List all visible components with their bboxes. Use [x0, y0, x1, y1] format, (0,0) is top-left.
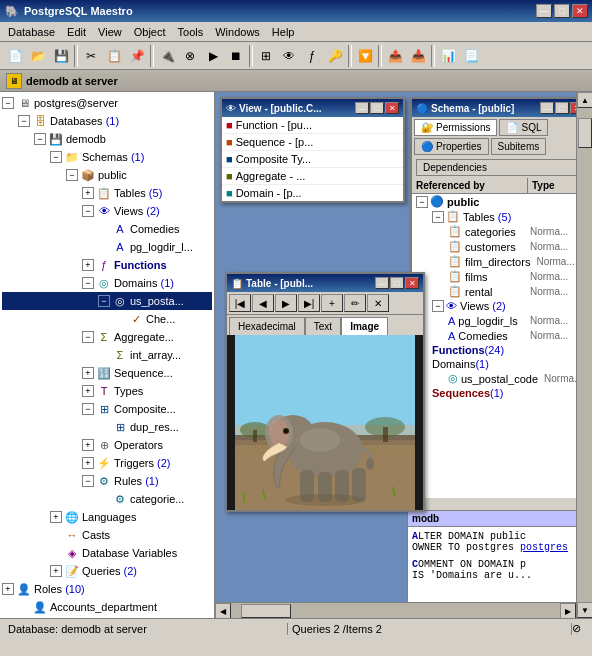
nav-next[interactable]: ▶ — [275, 294, 297, 312]
table-max[interactable]: □ — [390, 277, 404, 289]
nav-add[interactable]: + — [321, 294, 343, 312]
tables-expand[interactable]: + — [82, 187, 94, 199]
tb-chart[interactable]: 📊 — [437, 45, 459, 67]
tree-demodb[interactable]: − 💾 demodb — [2, 130, 212, 148]
tb-stop[interactable]: ⏹ — [225, 45, 247, 67]
tb-paste[interactable]: 📌 — [126, 45, 148, 67]
schema-comedies-v[interactable]: A Comedies — [412, 328, 528, 343]
tree-types[interactable]: + T Types — [2, 382, 212, 400]
nav-first[interactable]: |◀ — [229, 294, 251, 312]
menu-database[interactable]: Database — [2, 24, 61, 40]
view-domain-item[interactable]: ■ Domain - [p... — [222, 185, 403, 201]
tree-checks[interactable]: ✓ Che... — [2, 310, 212, 328]
demodb-expand[interactable]: − — [34, 133, 46, 145]
tb-view[interactable]: 👁 — [278, 45, 300, 67]
rules-expand[interactable]: − — [82, 475, 94, 487]
functions-expand[interactable]: + — [82, 259, 94, 271]
sql-owner-link[interactable]: postgres — [520, 542, 568, 553]
tree-operators[interactable]: + ⊕ Operators — [2, 436, 212, 454]
public-rtree-expand[interactable]: − — [416, 196, 428, 208]
tab-subitems[interactable]: Subitems — [491, 138, 547, 155]
trig-expand[interactable]: + — [82, 457, 94, 469]
nav-edit[interactable]: ✏ — [344, 294, 366, 312]
view-sequence-item[interactable]: ■ Sequence - [p... — [222, 134, 403, 151]
tree-composite[interactable]: − ⊞ Composite... — [2, 400, 212, 418]
tree-public[interactable]: − 📦 public — [2, 166, 212, 184]
view-composite-item[interactable]: ■ Composite Ty... — [222, 151, 403, 168]
menu-view[interactable]: View — [92, 24, 128, 40]
schema-films[interactable]: 📋 films — [412, 269, 528, 284]
tree-casts[interactable]: ↔ Casts — [2, 526, 212, 544]
tree-accounts[interactable]: 👤 Accounts_department — [2, 598, 212, 616]
tree-dup-result[interactable]: ⊞ dup_res... — [2, 418, 212, 436]
tb-copy[interactable]: 📋 — [103, 45, 125, 67]
tb-disconnect[interactable]: ⊗ — [179, 45, 201, 67]
table-close[interactable]: ✕ — [405, 277, 419, 289]
menu-help[interactable]: Help — [266, 24, 301, 40]
tab-image[interactable]: Image — [341, 317, 388, 335]
schema-domains[interactable]: Domains (1) — [412, 357, 588, 371]
tab-sql[interactable]: 📄 SQL — [499, 119, 548, 136]
tree-roles[interactable]: + 👤 Roles (10) — [2, 580, 212, 598]
menu-object[interactable]: Object — [128, 24, 172, 40]
us-postal-expand[interactable]: − — [98, 295, 110, 307]
tab-hexadecimal[interactable]: Hexadecimal — [229, 317, 305, 335]
tree-databases[interactable]: − 🗄 Databases (1) — [2, 112, 212, 130]
nav-prev[interactable]: ◀ — [252, 294, 274, 312]
tb-cut[interactable]: ✂ — [80, 45, 102, 67]
views-expand[interactable]: − — [82, 205, 94, 217]
view-close[interactable]: ✕ — [385, 102, 399, 114]
tb-new[interactable]: 📄 — [4, 45, 26, 67]
schema-sequences[interactable]: Sequences (1) — [412, 386, 588, 400]
menu-tools[interactable]: Tools — [172, 24, 210, 40]
mdi-scrollbar-v[interactable]: ▲ ▼ — [576, 92, 592, 618]
scroll-down-btn[interactable]: ▼ — [577, 602, 592, 618]
tb-report[interactable]: 📃 — [460, 45, 482, 67]
schema-max[interactable]: □ — [555, 102, 569, 114]
tb-filter[interactable]: 🔽 — [354, 45, 376, 67]
scroll-up-btn[interactable]: ▲ — [577, 92, 592, 108]
tree-queries[interactable]: + 📝 Queries (2) — [2, 562, 212, 580]
tab-permissions[interactable]: 🔐 Permissions — [414, 119, 497, 136]
databases-expand[interactable]: − — [18, 115, 30, 127]
schema-views[interactable]: − 👁 Views (2) — [412, 299, 588, 313]
types-expand[interactable]: + — [82, 385, 94, 397]
agg-expand[interactable]: − — [82, 331, 94, 343]
tree-db-variables[interactable]: ◈ Database Variables — [2, 544, 212, 562]
tree-server[interactable]: − 🖥 postgres@server — [2, 94, 212, 112]
schema-min[interactable]: — — [540, 102, 554, 114]
scroll-thumb[interactable] — [578, 118, 592, 148]
queries-expand[interactable]: + — [50, 565, 62, 577]
public-expand[interactable]: − — [66, 169, 78, 181]
tb-save[interactable]: 💾 — [50, 45, 72, 67]
tree-tables[interactable]: + 📋 Tables (5) — [2, 184, 212, 202]
schema-public[interactable]: − 🔵 public — [412, 194, 588, 209]
tree-aggregates[interactable]: − Σ Aggregate... — [2, 328, 212, 346]
minimize-button[interactable]: — — [536, 4, 552, 18]
schema-tables[interactable]: − 📋 Tables (5) — [412, 209, 588, 224]
tree-categories-rule[interactable]: ⚙ categorie... — [2, 490, 212, 508]
tb-connect[interactable]: 🔌 — [156, 45, 178, 67]
nav-del[interactable]: ✕ — [367, 294, 389, 312]
scroll-right-btn[interactable]: ▶ — [560, 603, 576, 618]
schema-categories[interactable]: 📋 categories — [412, 224, 528, 239]
scroll-left-btn[interactable]: ◀ — [215, 603, 231, 618]
tree-pglogdir[interactable]: A pg_logdir_l... — [2, 238, 212, 256]
menu-edit[interactable]: Edit — [61, 24, 92, 40]
view-max[interactable]: □ — [370, 102, 384, 114]
op-expand[interactable]: + — [82, 439, 94, 451]
maximize-button[interactable]: □ — [554, 4, 570, 18]
tb-export[interactable]: 📤 — [384, 45, 406, 67]
tb-import[interactable]: 📥 — [407, 45, 429, 67]
comp-expand[interactable]: − — [82, 403, 94, 415]
tree-int-array[interactable]: Σ int_array... — [2, 346, 212, 364]
nav-last[interactable]: ▶| — [298, 294, 320, 312]
tree-schemas[interactable]: − 📁 Schemas (1) — [2, 148, 212, 166]
schema-film-directors[interactable]: 📋 film_directors — [412, 254, 534, 269]
status-resize[interactable]: ⊘ — [572, 622, 588, 635]
schema-customers[interactable]: 📋 customers — [412, 239, 528, 254]
view-min[interactable]: — — [355, 102, 369, 114]
tree-views[interactable]: − 👁 Views (2) — [2, 202, 212, 220]
roles-expand[interactable]: + — [2, 583, 14, 595]
tree-us-postal[interactable]: − ◎ us_posta... — [2, 292, 212, 310]
